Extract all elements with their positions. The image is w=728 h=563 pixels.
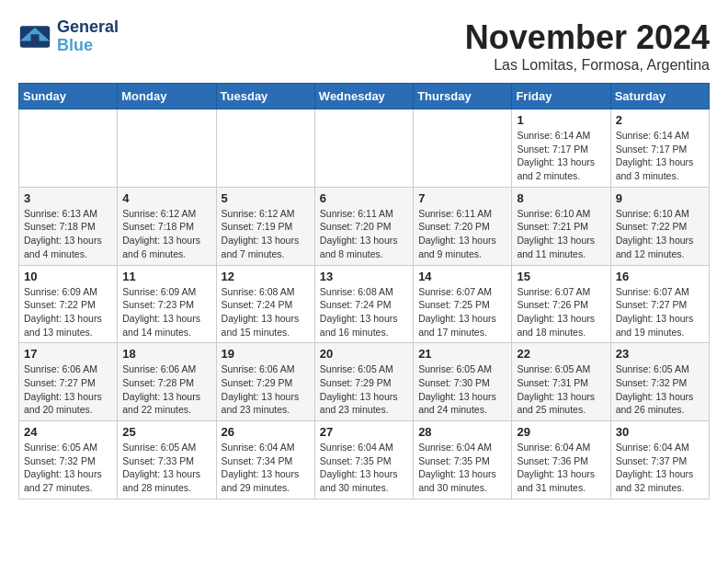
day-info: Sunrise: 6:07 AM Sunset: 7:26 PM Dayligh… [517, 285, 605, 339]
day-info: Sunrise: 6:06 AM Sunset: 7:27 PM Dayligh… [24, 362, 112, 417]
day-info: Sunrise: 6:06 AM Sunset: 7:29 PM Dayligh… [222, 362, 310, 417]
logo: General Blue [18, 18, 119, 55]
weekday-header: Friday [512, 84, 610, 109]
calendar-cell: 9Sunrise: 6:10 AM Sunset: 7:22 PM Daylig… [610, 187, 709, 265]
day-info: Sunrise: 6:04 AM Sunset: 7:35 PM Dayligh… [418, 441, 506, 495]
calendar-cell: 1Sunrise: 6:14 AM Sunset: 7:17 PM Daylig… [512, 109, 610, 188]
calendar-cell [19, 109, 118, 188]
day-number: 5 [222, 191, 310, 205]
calendar-cell: 16Sunrise: 6:07 AM Sunset: 7:27 PM Dayli… [610, 265, 709, 343]
calendar-cell: 20Sunrise: 6:05 AM Sunset: 7:29 PM Dayli… [314, 343, 413, 421]
day-number: 9 [616, 191, 704, 205]
day-number: 23 [616, 347, 704, 361]
calendar-week-row: 1Sunrise: 6:14 AM Sunset: 7:17 PM Daylig… [19, 109, 710, 188]
calendar-cell: 18Sunrise: 6:06 AM Sunset: 7:28 PM Dayli… [118, 343, 216, 421]
day-number: 20 [320, 347, 408, 361]
day-number: 24 [24, 425, 112, 439]
calendar-cell: 25Sunrise: 6:05 AM Sunset: 7:33 PM Dayli… [118, 421, 216, 500]
day-info: Sunrise: 6:11 AM Sunset: 7:20 PM Dayligh… [320, 207, 408, 261]
calendar-week-row: 3Sunrise: 6:13 AM Sunset: 7:18 PM Daylig… [19, 187, 710, 265]
calendar-cell: 27Sunrise: 6:04 AM Sunset: 7:35 PM Dayli… [314, 421, 413, 500]
day-number: 6 [320, 191, 408, 205]
day-info: Sunrise: 6:05 AM Sunset: 7:31 PM Dayligh… [517, 362, 605, 417]
logo-line2: Blue [57, 37, 119, 55]
calendar-table: SundayMondayTuesdayWednesdayThursdayFrid… [18, 83, 710, 500]
day-number: 1 [517, 113, 605, 127]
month-title: November 2024 [465, 18, 710, 57]
calendar-cell: 14Sunrise: 6:07 AM Sunset: 7:25 PM Dayli… [414, 265, 512, 343]
day-number: 17 [24, 347, 112, 361]
header: General Blue November 2024 Las Lomitas, … [18, 18, 710, 74]
logo-line1: General [57, 18, 119, 37]
day-info: Sunrise: 6:10 AM Sunset: 7:21 PM Dayligh… [517, 207, 605, 261]
calendar-cell [314, 109, 413, 188]
calendar-cell: 23Sunrise: 6:05 AM Sunset: 7:32 PM Dayli… [610, 343, 709, 421]
day-number: 30 [616, 425, 704, 439]
day-number: 29 [517, 425, 605, 439]
day-number: 8 [517, 191, 605, 205]
weekday-header: Monday [118, 84, 216, 109]
day-number: 12 [222, 270, 310, 283]
day-number: 15 [517, 270, 605, 283]
calendar-cell: 30Sunrise: 6:04 AM Sunset: 7:37 PM Dayli… [610, 421, 709, 500]
day-number: 19 [222, 347, 310, 361]
day-number: 3 [24, 191, 112, 205]
day-info: Sunrise: 6:08 AM Sunset: 7:24 PM Dayligh… [320, 285, 408, 339]
calendar-cell: 11Sunrise: 6:09 AM Sunset: 7:23 PM Dayli… [118, 265, 216, 343]
calendar-week-row: 24Sunrise: 6:05 AM Sunset: 7:32 PM Dayli… [19, 421, 710, 500]
day-info: Sunrise: 6:13 AM Sunset: 7:18 PM Dayligh… [24, 207, 112, 261]
day-number: 13 [320, 270, 408, 283]
calendar-cell: 21Sunrise: 6:05 AM Sunset: 7:30 PM Dayli… [414, 343, 512, 421]
calendar-cell: 3Sunrise: 6:13 AM Sunset: 7:18 PM Daylig… [19, 187, 118, 265]
calendar-body: 1Sunrise: 6:14 AM Sunset: 7:17 PM Daylig… [19, 109, 710, 500]
day-info: Sunrise: 6:04 AM Sunset: 7:37 PM Dayligh… [616, 441, 704, 495]
calendar-cell: 12Sunrise: 6:08 AM Sunset: 7:24 PM Dayli… [216, 265, 314, 343]
calendar-cell: 4Sunrise: 6:12 AM Sunset: 7:18 PM Daylig… [118, 187, 216, 265]
calendar-cell: 19Sunrise: 6:06 AM Sunset: 7:29 PM Dayli… [216, 343, 314, 421]
svg-rect-2 [31, 34, 40, 42]
logo-text: General Blue [57, 18, 119, 55]
calendar-cell: 28Sunrise: 6:04 AM Sunset: 7:35 PM Dayli… [414, 421, 512, 500]
calendar-week-row: 10Sunrise: 6:09 AM Sunset: 7:22 PM Dayli… [19, 265, 710, 343]
day-number: 11 [122, 270, 210, 283]
weekday-header: Sunday [19, 84, 118, 109]
location-title: Las Lomitas, Formosa, Argentina [465, 57, 710, 74]
calendar-cell: 2Sunrise: 6:14 AM Sunset: 7:17 PM Daylig… [610, 109, 709, 188]
day-number: 16 [616, 270, 704, 283]
day-number: 10 [24, 270, 112, 283]
weekday-header: Thursday [414, 84, 512, 109]
day-info: Sunrise: 6:05 AM Sunset: 7:30 PM Dayligh… [418, 362, 506, 417]
day-info: Sunrise: 6:14 AM Sunset: 7:17 PM Dayligh… [517, 129, 605, 183]
logo-icon [18, 24, 51, 50]
calendar-cell: 6Sunrise: 6:11 AM Sunset: 7:20 PM Daylig… [314, 187, 413, 265]
calendar-header: SundayMondayTuesdayWednesdayThursdayFrid… [19, 84, 710, 109]
day-info: Sunrise: 6:06 AM Sunset: 7:28 PM Dayligh… [122, 362, 210, 417]
calendar-cell: 8Sunrise: 6:10 AM Sunset: 7:21 PM Daylig… [512, 187, 610, 265]
calendar-cell: 26Sunrise: 6:04 AM Sunset: 7:34 PM Dayli… [216, 421, 314, 500]
day-info: Sunrise: 6:05 AM Sunset: 7:33 PM Dayligh… [122, 441, 210, 495]
day-info: Sunrise: 6:04 AM Sunset: 7:34 PM Dayligh… [222, 441, 310, 495]
day-number: 27 [320, 425, 408, 439]
calendar-cell: 17Sunrise: 6:06 AM Sunset: 7:27 PM Dayli… [19, 343, 118, 421]
day-number: 25 [122, 425, 210, 439]
day-info: Sunrise: 6:05 AM Sunset: 7:29 PM Dayligh… [320, 362, 408, 417]
calendar-cell: 15Sunrise: 6:07 AM Sunset: 7:26 PM Dayli… [512, 265, 610, 343]
day-info: Sunrise: 6:12 AM Sunset: 7:19 PM Dayligh… [222, 207, 310, 261]
calendar-cell [118, 109, 216, 188]
calendar-cell: 29Sunrise: 6:04 AM Sunset: 7:36 PM Dayli… [512, 421, 610, 500]
day-info: Sunrise: 6:05 AM Sunset: 7:32 PM Dayligh… [616, 362, 704, 417]
day-info: Sunrise: 6:11 AM Sunset: 7:20 PM Dayligh… [418, 207, 506, 261]
weekday-header: Tuesday [216, 84, 314, 109]
day-info: Sunrise: 6:04 AM Sunset: 7:35 PM Dayligh… [320, 441, 408, 495]
day-info: Sunrise: 6:08 AM Sunset: 7:24 PM Dayligh… [222, 285, 310, 339]
calendar-cell [414, 109, 512, 188]
day-number: 14 [418, 270, 506, 283]
day-number: 21 [418, 347, 506, 361]
day-number: 2 [616, 113, 704, 127]
weekday-header: Saturday [610, 84, 709, 109]
calendar-week-row: 17Sunrise: 6:06 AM Sunset: 7:27 PM Dayli… [19, 343, 710, 421]
calendar-cell: 5Sunrise: 6:12 AM Sunset: 7:19 PM Daylig… [216, 187, 314, 265]
day-info: Sunrise: 6:10 AM Sunset: 7:22 PM Dayligh… [616, 207, 704, 261]
day-number: 18 [122, 347, 210, 361]
day-info: Sunrise: 6:07 AM Sunset: 7:27 PM Dayligh… [616, 285, 704, 339]
